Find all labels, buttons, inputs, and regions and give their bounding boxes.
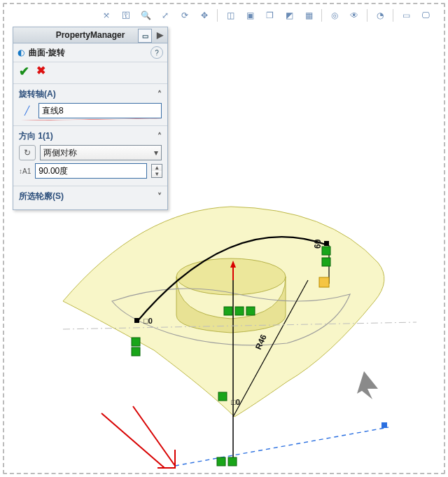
revolve-axis-input[interactable] bbox=[38, 103, 162, 118]
cylinder-top bbox=[176, 258, 286, 295]
property-manager-panel: PropertyManager ▭ ▶ ◐ 曲面-旋转 ? ✔ ✖ 旋转轴(A)… bbox=[13, 27, 168, 210]
section-profile-title: 所选轮廓(S) bbox=[19, 191, 64, 202]
axis-tool-icon[interactable]: ⤧ bbox=[98, 7, 115, 24]
section-axis: 旋转轴(A) ˄ ╱ bbox=[13, 84, 167, 126]
svg-rect-8 bbox=[132, 347, 140, 356]
camera-icon[interactable]: ▭ bbox=[398, 7, 414, 24]
direction-type-value: 两侧对称 bbox=[43, 147, 77, 159]
red-arrow-annotation bbox=[102, 406, 175, 468]
relation-label-1: □0 bbox=[144, 317, 153, 325]
toolbar-sep bbox=[367, 9, 368, 22]
pm-header: PropertyManager ▭ ▶ bbox=[13, 27, 167, 43]
view-settings-icon[interactable]: ▦ bbox=[300, 7, 317, 24]
svg-rect-14 bbox=[228, 457, 237, 466]
svg-rect-5 bbox=[235, 307, 244, 315]
relation-label-2: □0 bbox=[231, 398, 240, 406]
header-next-icon[interactable]: ▶ bbox=[153, 29, 166, 41]
cursor-shadow-icon bbox=[357, 371, 378, 399]
pan-icon[interactable]: ✥ bbox=[196, 7, 213, 24]
endpoint-2 bbox=[324, 241, 329, 246]
display-style-icon[interactable]: ▣ bbox=[241, 7, 258, 24]
section-axis-title: 旋转轴(A) bbox=[19, 88, 56, 100]
orbit-icon[interactable]: ⟳ bbox=[176, 7, 193, 24]
collapse-icon[interactable]: ˄ bbox=[158, 132, 162, 141]
expand-icon[interactable]: ˅ bbox=[158, 192, 162, 202]
svg-rect-10 bbox=[322, 258, 330, 266]
toolbar-sep bbox=[321, 9, 322, 22]
svg-rect-12 bbox=[218, 392, 227, 401]
section-direction: 方向 1(1) ˄ ↻ 两侧对称 ↕A1 ▲▼ bbox=[13, 126, 167, 186]
svg-line-1 bbox=[133, 406, 175, 466]
section-direction-title: 方向 1(1) bbox=[19, 130, 53, 142]
height-dim: 60 bbox=[313, 239, 323, 249]
cancel-button[interactable]: ✖ bbox=[36, 64, 46, 79]
zoom-icon[interactable]: ⤢ bbox=[157, 7, 174, 24]
angle-input[interactable] bbox=[35, 163, 147, 179]
visibility-icon[interactable]: 👁 bbox=[346, 7, 363, 24]
screen-icon[interactable]: 🖵 bbox=[417, 7, 434, 24]
ok-button[interactable]: ✔ bbox=[19, 64, 29, 79]
section-view-icon[interactable]: ◫ bbox=[222, 7, 239, 24]
toolbar-sep bbox=[393, 9, 393, 22]
svg-rect-9 bbox=[322, 247, 330, 255]
blue-axis bbox=[175, 427, 388, 466]
angle-spinner[interactable]: ▲▼ bbox=[151, 164, 162, 178]
collapse-icon[interactable]: ˄ bbox=[158, 90, 162, 99]
svg-rect-6 bbox=[246, 307, 255, 315]
feature-label: 曲面-旋转 bbox=[29, 47, 65, 59]
axis-lead-icon: ╱ bbox=[19, 104, 34, 118]
angle-param-icon: ↕A1 bbox=[19, 164, 31, 178]
help-icon[interactable]: ? bbox=[150, 46, 163, 59]
svg-rect-11 bbox=[319, 277, 329, 287]
view-cube-icon[interactable]: ❐ bbox=[261, 7, 278, 24]
pin-icon[interactable]: ▭ bbox=[138, 29, 152, 43]
key-tool-icon[interactable]: ⚿ bbox=[118, 7, 134, 24]
section-profile: 所选轮廓(S) ˅ bbox=[13, 186, 167, 209]
pm-feature-row: ◐ 曲面-旋转 ? bbox=[13, 43, 167, 62]
svg-rect-7 bbox=[132, 338, 140, 346]
projected-view-icon[interactable]: ◩ bbox=[281, 7, 298, 24]
svg-rect-13 bbox=[217, 457, 225, 466]
toolbar-sep bbox=[217, 9, 218, 22]
zoom-fit-icon[interactable]: 🔍 bbox=[137, 7, 154, 24]
look-at-icon[interactable]: ◎ bbox=[326, 7, 343, 24]
revolve-surface-icon: ◐ bbox=[18, 48, 24, 57]
revolved-surface bbox=[63, 207, 384, 417]
view-toolbar: ⤧ ⚿ 🔍 ⤢ ⟳ ✥ ◫ ▣ ❐ ◩ ▦ ◎ 👁 ◔ ▭ 🖵 bbox=[98, 7, 434, 24]
blue-axis-endpoint bbox=[382, 422, 387, 428]
pm-title: PropertyManager bbox=[56, 30, 125, 40]
direction-type-select[interactable]: 两侧对称 bbox=[40, 145, 162, 160]
endpoint-1 bbox=[134, 318, 139, 323]
svg-line-0 bbox=[102, 413, 164, 468]
reverse-direction-icon[interactable]: ↻ bbox=[19, 145, 36, 160]
red-underline-annotation bbox=[19, 118, 162, 121]
appearance-icon[interactable]: ◔ bbox=[372, 7, 388, 24]
pm-confirm-row: ✔ ✖ bbox=[13, 62, 167, 84]
svg-rect-4 bbox=[224, 307, 232, 315]
